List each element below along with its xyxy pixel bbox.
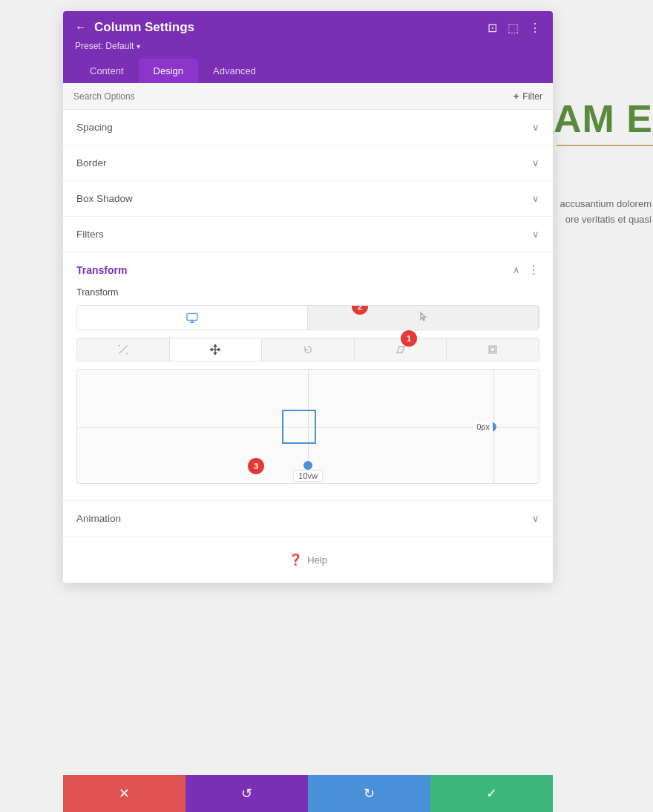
panel-title-group: ← Column Settings: [75, 20, 194, 35]
tool-tabs: [76, 338, 539, 361]
page-underline: [557, 145, 653, 146]
accordion-animation-chevron: ∨: [532, 513, 539, 524]
accordion-spacing-header[interactable]: Spacing ∨: [63, 110, 553, 145]
transform-header-icons: ∧ ⋮: [513, 263, 539, 277]
svg-marker-10: [219, 349, 221, 351]
accordion-animation: Animation ∨: [63, 501, 553, 537]
accordion-box-shadow-header[interactable]: Box Shadow ∨: [63, 181, 553, 216]
save-icon: ✓: [486, 785, 497, 802]
tool-tab-translate[interactable]: [170, 338, 263, 361]
transform-section: Transform ∧ ⋮ Transform: [63, 252, 553, 501]
svg-rect-13: [490, 347, 495, 352]
panel-header-icons: ⊡ ⬚ ⋮: [488, 21, 541, 35]
bottom-toolbar: ✕ ↺ ↻ ✓: [63, 775, 553, 812]
accordion-filters: Filters ∨: [63, 217, 553, 252]
tab-design[interactable]: Design: [139, 59, 198, 83]
tool-tab-scale[interactable]: [447, 338, 539, 361]
cancel-icon: ✕: [119, 785, 130, 802]
tool-tab-move[interactable]: [77, 338, 170, 361]
tab-advanced[interactable]: Advanced: [198, 59, 271, 83]
redo-button[interactable]: ↻: [308, 775, 430, 812]
column-settings-panel: ← Column Settings ⊡ ⬚ ⋮ Preset: Default …: [63, 11, 553, 583]
device-tabs: 2: [76, 305, 539, 330]
panel-tabs: Content Design Advanced: [75, 59, 541, 83]
more-options-icon[interactable]: ⋮: [529, 21, 541, 35]
accordion-filters-label: Filters: [76, 229, 104, 240]
svg-rect-0: [187, 313, 197, 320]
device-tab-desktop[interactable]: [77, 306, 308, 330]
canvas-value-right: 0px: [473, 422, 493, 432]
panel-header-top: ← Column Settings ⊡ ⬚ ⋮: [75, 20, 541, 35]
accordion-filters-header[interactable]: Filters ∨: [63, 217, 553, 252]
transform-canvas[interactable]: 0px 10vw 3: [76, 369, 539, 484]
accordion-animation-label: Animation: [76, 513, 121, 524]
accordion-border: Border ∨: [63, 145, 553, 181]
accordion-box-shadow: Box Shadow ∨: [63, 181, 553, 217]
accordion-filters-chevron: ∨: [532, 229, 539, 240]
svg-marker-8: [214, 353, 217, 355]
device-tab-hover[interactable]: [308, 306, 539, 330]
canvas-value-bottom: 10vw: [293, 470, 323, 482]
accordion-border-label: Border: [76, 157, 107, 168]
search-input[interactable]: [73, 91, 449, 102]
help-label[interactable]: Help: [307, 554, 327, 566]
back-button[interactable]: ←: [75, 21, 87, 34]
tab-content[interactable]: Content: [75, 59, 139, 83]
canvas-transform-box: [282, 410, 316, 444]
redo-icon: ↻: [364, 785, 375, 802]
save-button[interactable]: ✓: [430, 775, 553, 812]
transform-header: Transform ∧ ⋮: [76, 263, 539, 277]
undo-icon: ↺: [241, 785, 252, 802]
panel-body: Spacing ∨ Border ∨ Box Shadow ∨ Filters …: [63, 110, 553, 583]
transform-sub-label: Transform: [76, 287, 539, 298]
badge-3: 3: [248, 458, 264, 474]
filter-plus-icon: +: [513, 91, 519, 102]
page-body-text: accusantium dolorem ore veritatis et qua…: [560, 197, 653, 228]
svg-marker-11: [397, 347, 404, 353]
transform-collapse-icon[interactable]: ∧: [513, 264, 520, 275]
filter-label: Filter: [522, 91, 542, 102]
accordion-animation-header[interactable]: Animation ∨: [63, 501, 553, 536]
filter-button[interactable]: + Filter: [513, 91, 542, 102]
help-row: ❓ Help: [63, 537, 553, 583]
search-bar: + Filter: [63, 83, 553, 110]
svg-marker-9: [210, 349, 212, 351]
svg-marker-7: [214, 344, 217, 347]
panel-header: ← Column Settings ⊡ ⬚ ⋮ Preset: Default …: [63, 11, 553, 83]
preset-selector[interactable]: Preset: Default: [75, 41, 541, 51]
help-icon: ❓: [289, 553, 303, 566]
accordion-border-chevron: ∨: [532, 157, 539, 168]
accordion-border-header[interactable]: Border ∨: [63, 145, 553, 180]
columns-icon[interactable]: ⬚: [508, 21, 519, 35]
badge-1: 1: [401, 330, 417, 347]
accordion-box-shadow-label: Box Shadow: [76, 193, 133, 204]
transform-more-icon[interactable]: ⋮: [528, 263, 539, 277]
transform-title: Transform: [76, 264, 127, 276]
tool-tab-rotate[interactable]: [262, 338, 355, 361]
accordion-box-shadow-chevron: ∨: [532, 193, 539, 204]
undo-button[interactable]: ↺: [186, 775, 308, 812]
panel-title: Column Settings: [94, 20, 194, 35]
tool-tabs-wrapper: 1: [76, 338, 539, 361]
cancel-button[interactable]: ✕: [63, 775, 186, 812]
canvas-drag-handle-bottom[interactable]: [303, 461, 312, 470]
accordion-spacing-chevron: ∨: [532, 122, 539, 133]
accordion-spacing: Spacing ∨: [63, 110, 553, 145]
viewport-icon[interactable]: ⊡: [488, 21, 497, 35]
accordion-spacing-label: Spacing: [76, 122, 113, 133]
